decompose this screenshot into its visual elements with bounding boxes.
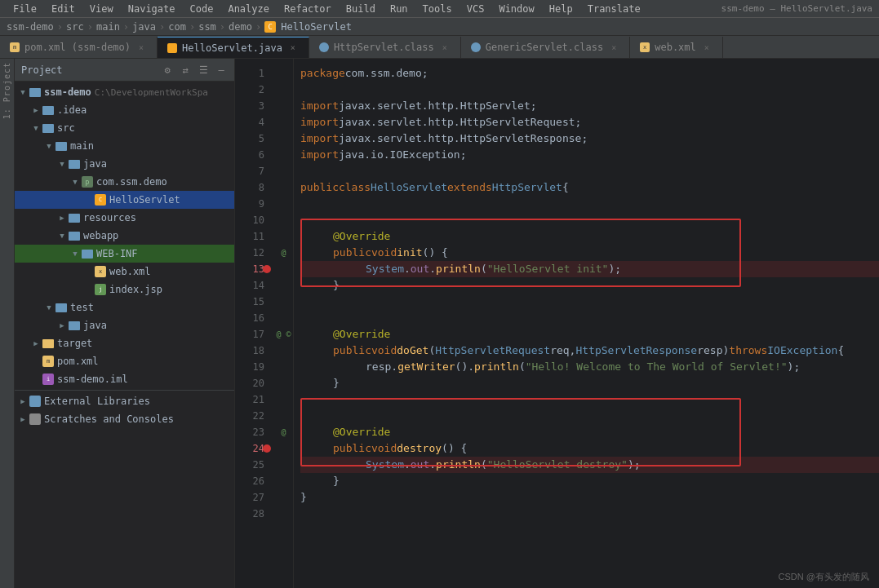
- menu-item-refactor[interactable]: Refactor: [277, 2, 338, 16]
- tree-item-iml[interactable]: ▶ i ssm-demo.iml: [15, 370, 234, 388]
- expand-arrow[interactable]: ▶: [16, 415, 29, 423]
- expand-arrow[interactable]: ▼: [55, 160, 69, 168]
- code-line-9: [300, 196, 879, 212]
- sep4: ›: [159, 21, 165, 33]
- menu-item-build[interactable]: Build: [340, 2, 382, 16]
- code-editor[interactable]: package com.ssm.demo; import javax.servl…: [294, 59, 879, 588]
- tree-item-helloservlet[interactable]: ▶ C HelloServlet: [15, 191, 234, 209]
- lib-icon: [29, 396, 41, 407]
- tab-pom-close[interactable]: ×: [135, 42, 147, 53]
- expand-arrow[interactable]: ▼: [29, 124, 42, 132]
- project-minimize-icon[interactable]: –: [215, 64, 228, 77]
- tab-hello-close[interactable]: ×: [287, 42, 299, 54]
- breadcrumb-demo[interactable]: demo: [229, 21, 252, 33]
- tab-hello[interactable]: HelloServlet.java ×: [158, 37, 309, 58]
- breadcrumb-helloservlet[interactable]: HelloServlet: [281, 21, 352, 33]
- code-line-19: resp.getWriter().println("Hello! Welcome…: [300, 359, 879, 375]
- gi-9: [274, 196, 293, 212]
- ln-16: 16: [235, 310, 264, 326]
- breadcrumb-project[interactable]: ssm-demo: [7, 21, 54, 33]
- tree-label: ssm-demo: [44, 86, 91, 98]
- menu-item-analyze[interactable]: Analyze: [221, 2, 276, 16]
- tab-webxml-close[interactable]: ×: [701, 42, 713, 53]
- str: "HelloServlet destroy": [487, 457, 628, 473]
- menu-item-navigate[interactable]: Navigate: [122, 2, 182, 16]
- sep6: ›: [220, 21, 225, 33]
- breadcrumb-com[interactable]: com: [168, 21, 186, 33]
- menu-item-translate[interactable]: Translate: [581, 2, 647, 16]
- menu-item-help[interactable]: Help: [543, 2, 579, 16]
- expand-arrow[interactable]: ▼: [69, 178, 82, 186]
- editor-area[interactable]: 1 2 3 4 5 6 7 8 9 10 11 12 13 14 15 16 1…: [235, 59, 879, 588]
- tab-pom[interactable]: m pom.xml (ssm-demo) ×: [0, 37, 158, 58]
- tree-item-src[interactable]: ▼ src: [15, 119, 234, 137]
- expand-arrow[interactable]: ▶: [55, 321, 69, 329]
- ann: @Override: [333, 228, 390, 245]
- expand-arrow[interactable]: ▼: [55, 232, 69, 240]
- expand-arrow[interactable]: ▼: [42, 303, 55, 312]
- ln-6: 6: [235, 147, 264, 163]
- import: java.io.IOException;: [339, 147, 467, 163]
- tree-item-scratches[interactable]: ▶ Scratches and Consoles: [15, 410, 234, 428]
- project-gear-icon[interactable]: ⚙: [161, 64, 174, 77]
- menu-item-tools[interactable]: Tools: [416, 2, 459, 16]
- breadcrumb-java[interactable]: java: [132, 21, 156, 33]
- tree-item-package[interactable]: ▼ p com.ssm.demo: [15, 173, 234, 191]
- code-line-18: public void doGet(HttpServletRequest req…: [300, 343, 879, 359]
- tree-item-idea[interactable]: ▶ .idea: [15, 101, 234, 119]
- tab-httpservlet-close[interactable]: ×: [439, 42, 451, 53]
- project-settings-icon[interactable]: ☰: [197, 64, 210, 77]
- breadcrumb-src[interactable]: src: [66, 21, 84, 33]
- ln-15: 15: [235, 294, 264, 310]
- expand-arrow[interactable]: ▶: [55, 214, 69, 222]
- gi-19: [274, 359, 293, 375]
- expand-arrow[interactable]: ▶: [16, 397, 29, 405]
- tree-item-java[interactable]: ▼ java: [15, 155, 234, 173]
- tree-item-target[interactable]: ▶ target: [15, 334, 234, 352]
- menu-item-file[interactable]: File: [7, 2, 43, 16]
- breadcrumb-ssm[interactable]: ssm: [198, 21, 216, 33]
- tree-item-webapp[interactable]: ▼ webapp: [15, 227, 234, 245]
- gi-23[interactable]: @: [274, 424, 293, 440]
- menu-item-edit[interactable]: Edit: [45, 2, 82, 16]
- expand-arrow[interactable]: ▼: [42, 142, 55, 150]
- tree-item-webxml[interactable]: ▶ x web.xml: [15, 263, 234, 281]
- tree-label: ssm-demo.iml: [57, 374, 128, 385]
- expand-arrow[interactable]: ▼: [69, 250, 82, 258]
- breadcrumb-main[interactable]: main: [96, 21, 120, 33]
- tree-item-ssm-demo[interactable]: ▼ ssm-demo C:\DevelopmentWorkSpa: [15, 83, 234, 101]
- gi-12[interactable]: @: [274, 245, 293, 261]
- type: HttpServlet: [492, 179, 562, 196]
- tab-genericservlet[interactable]: GenericServlet.class ×: [461, 37, 631, 58]
- tab-genericservlet-close[interactable]: ×: [608, 42, 619, 53]
- menu-item-view[interactable]: View: [83, 2, 120, 16]
- menu-item-vcs[interactable]: VCS: [460, 2, 491, 16]
- expand-arrow[interactable]: ▼: [16, 88, 29, 96]
- project-sync-icon[interactable]: ⇄: [179, 64, 192, 77]
- menu-item-window[interactable]: Window: [492, 2, 540, 16]
- method: doGet: [397, 343, 428, 359]
- tree-item-main[interactable]: ▼ main: [15, 137, 234, 155]
- tab-hello-label: HelloServlet.java: [182, 42, 282, 54]
- ln-10: 10: [235, 212, 264, 228]
- brace: }: [300, 489, 307, 506]
- tree-item-resources[interactable]: ▶ resources: [15, 209, 234, 227]
- tree-item-extlibs[interactable]: ▶ External Libraries: [15, 392, 234, 410]
- expand-arrow[interactable]: ▶: [29, 339, 42, 347]
- menu-item-code[interactable]: Code: [184, 2, 220, 16]
- tab-httpservlet[interactable]: HttpServlet.class ×: [309, 37, 461, 58]
- tree-label: test: [70, 302, 94, 313]
- expand-arrow[interactable]: ▶: [29, 106, 42, 114]
- menu-item-run[interactable]: Run: [384, 2, 415, 16]
- tree-item-indexjsp[interactable]: ▶ j index.jsp: [15, 281, 234, 298]
- gi-17[interactable]: @ ©: [274, 326, 293, 343]
- tree-item-webinf[interactable]: ▼ WEB-INF: [15, 245, 234, 263]
- window-title: ssm-demo – HelloServlet.java: [649, 3, 872, 14]
- tree-item-pom[interactable]: ▶ m pom.xml: [15, 352, 234, 370]
- tree-label: resources: [83, 212, 136, 223]
- kw: import: [300, 114, 339, 130]
- tree-item-java-test[interactable]: ▶ java: [15, 316, 234, 334]
- tab-webxml[interactable]: x web.xml ×: [630, 37, 723, 58]
- tree-path: C:\DevelopmentWorkSpa: [95, 87, 208, 98]
- tree-item-test[interactable]: ▼ test: [15, 298, 234, 316]
